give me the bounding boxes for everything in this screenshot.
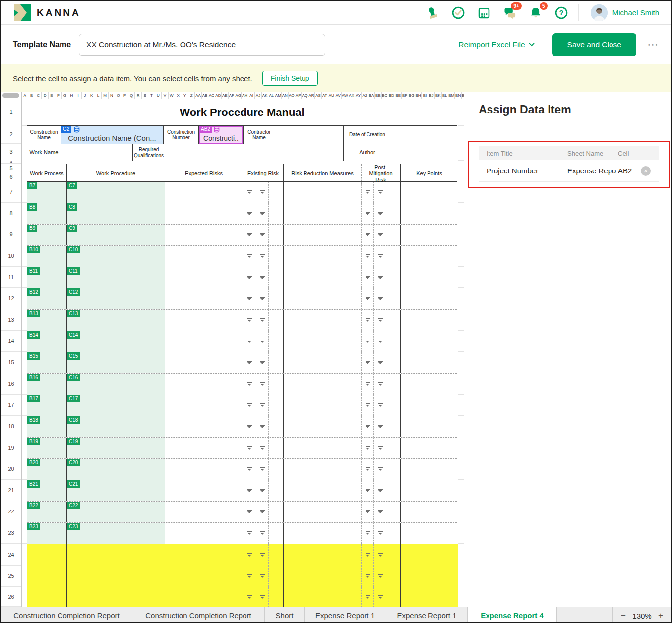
column-letter[interactable]: BK [435, 92, 441, 99]
help-icon[interactable]: ? [554, 6, 568, 20]
existing-risk-dropdown-cell[interactable] [256, 374, 269, 395]
work-procedure-cell[interactable]: C10 [67, 246, 165, 267]
work-process-cell[interactable]: B7 [27, 182, 67, 203]
expected-risks-cell[interactable] [165, 438, 243, 458]
user-menu[interactable]: Michael Smith [579, 4, 671, 21]
dropdown-icon[interactable] [260, 446, 265, 450]
row-number[interactable]: 10 [1, 245, 21, 267]
post-mitigation-dropdown-cell[interactable] [374, 416, 387, 437]
post-mitigation-dropdown-cell[interactable] [362, 374, 374, 395]
risk-reduction-cell[interactable] [284, 480, 362, 501]
existing-risk-dropdown-cell[interactable] [256, 480, 269, 501]
column-letter[interactable]: AZ [362, 92, 368, 99]
row-number[interactable]: 11 [1, 267, 21, 288]
expected-risks-cell[interactable] [165, 480, 243, 501]
existing-risk-dropdown-cell[interactable] [243, 225, 256, 245]
column-letter[interactable]: BA [368, 92, 375, 99]
construction-name-label-cell[interactable]: Construction Name [27, 126, 61, 144]
existing-risk-dropdown-cell[interactable] [256, 352, 269, 373]
dropdown-cell[interactable] [362, 587, 374, 607]
work-process-cell[interactable]: B10 [27, 246, 67, 267]
cell[interactable] [67, 566, 165, 587]
col-header-work-procedure[interactable]: Work Procedure [67, 164, 165, 184]
dropdown-icon[interactable] [378, 297, 383, 301]
cell[interactable] [387, 480, 401, 501]
post-mitigation-dropdown-cell[interactable] [374, 523, 387, 544]
work-procedure-cell[interactable]: C15 [67, 352, 165, 373]
template-name-input[interactable] [79, 34, 325, 56]
cell[interactable] [269, 502, 284, 522]
sheet-tab-2[interactable]: Construction Completion Report [132, 607, 265, 623]
row-number[interactable]: 4 [1, 160, 21, 164]
expected-risks-cell[interactable] [165, 225, 243, 245]
existing-risk-dropdown-cell[interactable] [243, 438, 256, 458]
dropdown-icon[interactable] [366, 510, 370, 514]
work-process-cell[interactable]: B18 [27, 416, 67, 437]
dropdown-icon[interactable] [378, 531, 383, 535]
column-letter[interactable]: BM [448, 92, 455, 99]
existing-risk-dropdown-cell[interactable] [243, 267, 256, 288]
column-letter[interactable]: M [102, 92, 108, 99]
column-letter[interactable]: F [55, 92, 61, 99]
column-letter[interactable]: AU [328, 92, 335, 99]
column-letter[interactable]: W [169, 92, 175, 99]
key-points-cell[interactable] [401, 203, 458, 224]
required-qualifications-value-cell[interactable] [165, 144, 344, 161]
cell[interactable] [269, 438, 284, 458]
dropdown-icon[interactable] [260, 190, 265, 194]
cell[interactable] [387, 502, 401, 522]
column-letter[interactable]: AF [229, 92, 235, 99]
existing-risk-dropdown-cell[interactable] [243, 459, 256, 480]
dropdown-icon[interactable] [378, 425, 383, 429]
expected-risks-cell[interactable] [165, 310, 243, 331]
key-points-cell[interactable] [401, 395, 458, 416]
dropdown-icon[interactable] [247, 510, 252, 514]
col-header-post-mitigation[interactable]: Post-Mitigation Risk [362, 164, 401, 184]
cell[interactable] [269, 331, 284, 352]
row-number[interactable]: 16 [1, 373, 21, 395]
post-mitigation-dropdown-cell[interactable] [374, 438, 387, 458]
work-procedure-cell[interactable]: C16 [67, 374, 165, 395]
dropdown-icon[interactable] [247, 553, 252, 557]
row-number[interactable]: 1 [1, 99, 21, 125]
work-process-cell[interactable]: B15 [27, 352, 67, 373]
cell[interactable] [269, 203, 284, 224]
cell[interactable] [387, 544, 401, 566]
cell[interactable] [269, 182, 284, 203]
row-number[interactable]: 19 [1, 437, 21, 458]
key-points-cell[interactable] [401, 182, 458, 203]
more-options-button[interactable]: ⋯ [647, 40, 659, 50]
post-mitigation-dropdown-cell[interactable] [374, 459, 387, 480]
post-mitigation-dropdown-cell[interactable] [362, 352, 374, 373]
post-mitigation-dropdown-cell[interactable] [374, 267, 387, 288]
dropdown-cell[interactable] [374, 544, 387, 566]
dropdown-icon[interactable] [247, 403, 252, 407]
dropdown-icon[interactable] [247, 361, 252, 365]
row-number[interactable]: 22 [1, 501, 21, 522]
work-process-cell[interactable]: B19 [27, 438, 67, 458]
column-letter[interactable]: AO [289, 92, 295, 99]
column-letter[interactable]: S [142, 92, 148, 99]
existing-risk-dropdown-cell[interactable] [243, 288, 256, 309]
expected-risks-cell[interactable] [165, 246, 243, 267]
author-label-cell[interactable]: Author [344, 144, 391, 161]
column-letter[interactable]: BJ [428, 92, 435, 99]
column-letter[interactable]: AL [268, 92, 275, 99]
dropdown-icon[interactable] [260, 361, 265, 365]
existing-risk-dropdown-cell[interactable] [243, 523, 256, 544]
column-letter[interactable]: C [35, 92, 42, 99]
dropdown-icon[interactable] [366, 489, 370, 493]
cell[interactable] [387, 587, 401, 607]
column-letter[interactable]: X [175, 92, 182, 99]
expected-risks-cell[interactable] [165, 288, 243, 309]
dropdown-icon[interactable] [366, 574, 370, 578]
dropdown-icon[interactable] [247, 467, 252, 471]
existing-risk-dropdown-cell[interactable] [256, 523, 269, 544]
existing-risk-dropdown-cell[interactable] [256, 395, 269, 416]
cell[interactable] [401, 566, 458, 587]
work-process-cell[interactable]: B20 [27, 459, 67, 480]
work-process-cell[interactable]: B17 [27, 395, 67, 416]
work-process-cell[interactable]: B22 [27, 502, 67, 522]
column-letter[interactable]: BG [408, 92, 415, 99]
expected-risks-cell[interactable] [165, 352, 243, 373]
